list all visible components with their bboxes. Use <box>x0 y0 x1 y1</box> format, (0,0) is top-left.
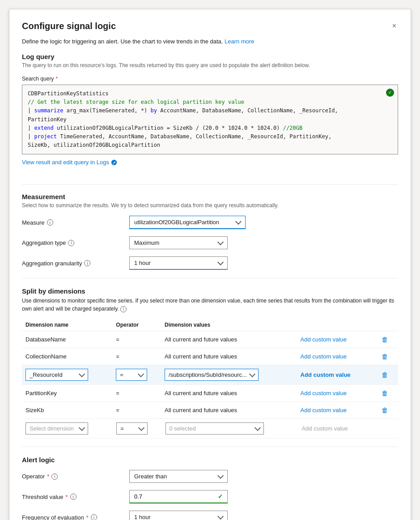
split-info-icon[interactable]: i <box>120 306 127 312</box>
threshold-input[interactable]: 0.7 ✓ <box>129 490 228 503</box>
query-editor[interactable]: ✓ CDBPartitionKeyStatistics // Get the l… <box>22 85 398 154</box>
delete-dim-button-1[interactable]: 🗑 <box>380 352 390 361</box>
operator-dropdown[interactable]: Greater than <box>129 470 228 483</box>
operator-required: * <box>47 473 49 480</box>
divider-2 <box>22 278 398 278</box>
col-dimension-values: Dimension values <box>161 319 297 331</box>
operator-chevron <box>217 473 224 479</box>
col-operator: Operator <box>112 319 161 331</box>
frequency-chevron <box>217 513 224 520</box>
split-warning: Use dimensions to monitor specific time … <box>22 297 398 313</box>
dim-name-chevron-2 <box>79 371 85 377</box>
delete-dim-button-0[interactable]: 🗑 <box>380 335 390 344</box>
measure-label: Measure i <box>22 219 129 226</box>
threshold-row: Threshold value * i 0.7 ✓ <box>22 490 398 503</box>
measure-dropdown[interactable]: utilizationOf20GBLogicalPartition <box>129 216 246 229</box>
aggr-gran-dropdown[interactable]: 1 hour <box>129 256 228 270</box>
frequency-info-icon[interactable]: i <box>91 514 97 520</box>
divider-1 <box>22 184 398 185</box>
dim-name-cell: SizeKb <box>22 402 112 419</box>
dim-op-cell: = <box>112 348 161 365</box>
threshold-check-icon: ✓ <box>218 493 223 500</box>
col-delete <box>376 319 398 331</box>
new-dimension-table: Select dimension = 0 selected <box>22 419 398 439</box>
dimensions-header-row: Dimension name Operator Dimension values <box>22 319 398 331</box>
delete-dim-button-4[interactable]: 🗑 <box>380 405 390 415</box>
frequency-label: Frequency of evaluation * i <box>22 514 129 520</box>
col-dimension-name: Dimension name <box>22 319 112 331</box>
aggr-type-label: Aggregation type i <box>22 239 129 246</box>
add-custom-link-0[interactable]: Add custom value <box>301 336 347 343</box>
add-custom-link-1[interactable]: Add custom value <box>301 353 347 360</box>
new-dim-op-chevron <box>138 425 144 431</box>
new-dim-op-dropdown[interactable]: = <box>116 422 148 435</box>
dim-name-cell: CollectionName <box>22 348 112 365</box>
dim-vals-cell: All current and future values <box>161 348 297 365</box>
aggr-type-row: Aggregation type i Maximum <box>22 236 398 249</box>
threshold-label: Threshold value * i <box>22 494 129 500</box>
dim-vals-cell: All current and future values <box>161 331 297 348</box>
dim-op-chevron-2 <box>138 371 144 377</box>
measure-info-icon[interactable]: i <box>47 219 53 226</box>
aggr-type-info-icon[interactable]: i <box>68 240 74 246</box>
add-custom-link-4[interactable]: Add custom value <box>301 407 347 413</box>
external-link-icon: ↗ <box>111 159 117 166</box>
alert-logic-section: Alert logic Operator * i Greater than Th… <box>22 456 398 520</box>
dim-vals-chevron-2 <box>249 371 255 377</box>
query-success-icon: ✓ <box>386 89 394 97</box>
measurement-section: Measurement Select how to summarize the … <box>22 193 398 270</box>
new-dim-vals-dropdown[interactable]: 0 selected <box>165 422 264 435</box>
aggr-gran-info-icon[interactable]: i <box>84 260 90 266</box>
dim-vals-cell: All current and future values <box>161 385 297 402</box>
dim-name-dropdown-2[interactable]: _ResourceId <box>25 369 88 381</box>
required-asterisk: * <box>55 76 58 82</box>
select-dim-chevron <box>79 425 85 431</box>
delete-dim-button-2[interactable]: 🗑 <box>380 370 390 379</box>
aggr-gran-chevron <box>217 259 224 265</box>
search-query-label: Search query * <box>22 76 398 82</box>
dim-op-cell: = <box>112 385 161 402</box>
threshold-info-icon[interactable]: i <box>70 494 76 500</box>
operator-label: Operator * i <box>22 473 129 480</box>
col-custom <box>297 319 376 331</box>
svg-text:↗: ↗ <box>112 160 116 165</box>
dim-name-cell: DatabaseName <box>22 331 112 348</box>
measure-row: Measure i utilizationOf20GBLogicalPartit… <box>22 216 398 229</box>
new-dim-vals-chevron <box>254 425 260 431</box>
log-query-section: Log query The query to run on this resou… <box>22 53 398 176</box>
learn-more-link[interactable]: Learn more <box>225 38 254 45</box>
frequency-dropdown[interactable]: 1 hour <box>129 511 228 520</box>
dimension-row: PartitionKey = All current and future va… <box>22 385 398 402</box>
select-dimension-dropdown[interactable]: Select dimension <box>25 422 88 435</box>
dimensions-table: Dimension name Operator Dimension values… <box>22 319 398 419</box>
aggr-gran-row: Aggregation granularity i 1 hour <box>22 256 398 270</box>
measure-chevron <box>235 218 242 225</box>
add-custom-link-3[interactable]: Add custom value <box>301 390 347 396</box>
dim-op-cell: = <box>112 402 161 419</box>
dim-name-cell: PartitionKey <box>22 385 112 402</box>
log-query-title: Log query <box>22 53 398 60</box>
dim-op-dropdown-2[interactable]: = <box>116 369 147 381</box>
panel-header: Configure signal logic × <box>22 20 398 32</box>
dim-vals-dropdown-2[interactable]: /subscriptions/SubId/resourc... <box>165 369 259 381</box>
dimension-row: DatabaseName = All current and future va… <box>22 331 398 348</box>
dim-vals-cell: All current and future values <box>161 402 297 419</box>
dimension-row: _ResourceId = /subscriptions/SubId/resou… <box>22 365 398 385</box>
add-custom-button-2[interactable]: Add custom value <box>301 371 351 378</box>
aggr-type-chevron <box>217 239 224 245</box>
dimension-row: SizeKb = All current and future values A… <box>22 402 398 419</box>
frequency-required: * <box>86 514 89 520</box>
frequency-row: Frequency of evaluation * i 1 hour <box>22 511 398 520</box>
delete-dim-button-3[interactable]: 🗑 <box>380 388 390 398</box>
configure-signal-panel: Configure signal logic × Define the logi… <box>9 9 411 520</box>
operator-row: Operator * i Greater than <box>22 470 398 483</box>
close-button[interactable]: × <box>390 20 398 32</box>
dimension-row: CollectionName = All current and future … <box>22 348 398 365</box>
measurement-title: Measurement <box>22 193 398 200</box>
new-dimension-row: Select dimension = 0 selected <box>22 419 398 439</box>
view-logs-link[interactable]: View result and edit query in Logs ↗ <box>22 159 117 166</box>
dim-op-cell: = <box>112 331 161 348</box>
operator-info-icon[interactable]: i <box>51 473 58 480</box>
aggr-type-dropdown[interactable]: Maximum <box>129 236 228 249</box>
measurement-desc: Select how to summarize the results. We … <box>22 202 398 209</box>
